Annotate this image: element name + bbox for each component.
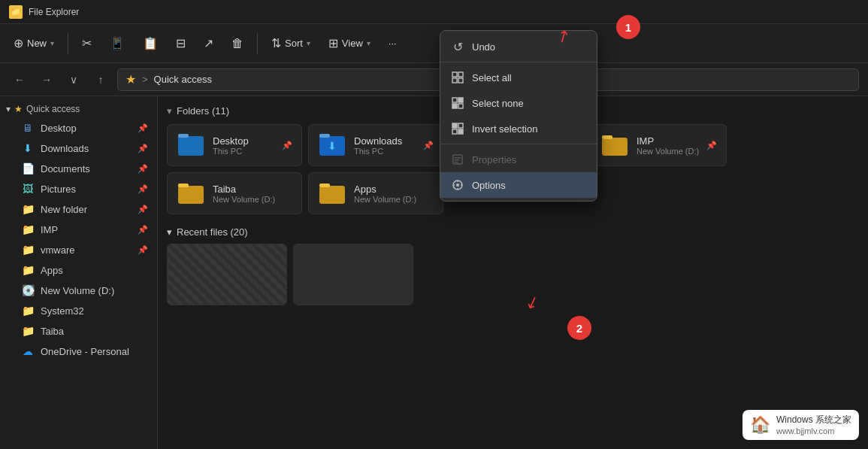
sidebar-item-apps[interactable]: 📁 Apps: [3, 260, 154, 280]
phone-icon: 📱: [110, 36, 125, 50]
sidebar-onedrive-label: OneDrive - Personal: [41, 346, 129, 357]
delete-icon: 🗑: [231, 37, 243, 50]
context-menu: ↺ Undo Select all Select none: [440, 30, 597, 202]
forward-button[interactable]: →: [36, 69, 57, 90]
copy-to-clipboard-button[interactable]: 📱: [102, 32, 132, 54]
invert-selection-icon: [451, 122, 464, 135]
menu-separator-2: [440, 144, 597, 144]
sidebar-item-pictures[interactable]: 🖼 Pictures 📌: [3, 179, 154, 199]
new-icon: ⊕: [14, 36, 23, 50]
app-title: File Explorer: [29, 7, 79, 17]
imp-icon: 📁: [21, 223, 35, 236]
copy-button[interactable]: ⊟: [168, 32, 193, 54]
delete-button[interactable]: 🗑: [224, 33, 251, 54]
watermark-url: www.bjjmlv.com: [776, 426, 851, 435]
pin-icon: 📌: [138, 123, 148, 133]
folder-imp-info: IMP New Volume (D:): [637, 135, 699, 156]
new-chevron-icon: ▾: [50, 39, 54, 47]
path-separator: >: [142, 74, 148, 85]
watermark-info: Windows 系统之家 www.bjjmlv.com: [776, 414, 851, 435]
recent-files-header: ▾ Recent files (20): [167, 226, 859, 238]
callout-2: 2: [567, 316, 591, 340]
sidebar-item-taiba[interactable]: 📁 Taiba: [3, 321, 154, 341]
view-chevron-icon: ▾: [367, 39, 370, 47]
menu-item-invert-selection[interactable]: Invert selection: [440, 116, 597, 141]
sidebar-item-new-volume[interactable]: 💽 New Volume (D:): [3, 281, 154, 300]
menu-item-options[interactable]: Options: [440, 172, 597, 198]
pin-icon-7: 📌: [138, 245, 148, 255]
folder-downloads-icon: ⬇: [318, 131, 346, 159]
svg-text:⬇: ⬇: [328, 140, 337, 152]
menu-item-undo[interactable]: ↺ Undo: [440, 34, 597, 59]
view-button[interactable]: ⊞ View ▾: [321, 32, 378, 54]
toolbar: ⊕ New ▾ ✂ 📱 📋 ⊟ ↗ 🗑 ⇅ Sort ▾ ⊞ View ▾ ··…: [0, 24, 868, 63]
new-button[interactable]: ⊕ New ▾: [6, 32, 62, 54]
view-label: View: [342, 38, 363, 49]
folder-desktop[interactable]: Desktop This PC 📌: [167, 124, 302, 166]
more-button[interactable]: ···: [381, 34, 404, 53]
folder-downloads-sub: This PC: [354, 147, 416, 156]
quick-access-header[interactable]: ▾ ★ Quick access: [0, 101, 157, 117]
sidebar-item-desktop[interactable]: 🖥 Desktop 📌: [3, 118, 154, 138]
recent-thumb-2: [294, 244, 413, 305]
recent-button[interactable]: ∨: [63, 69, 84, 90]
sidebar-item-onedrive[interactable]: ☁ OneDrive - Personal: [3, 341, 154, 361]
recent-items-grid: [167, 244, 859, 305]
select-all-icon: [451, 71, 464, 84]
star-icon: ★: [126, 72, 136, 86]
folder-downloads-pin: 📌: [423, 141, 434, 150]
quick-access-label: Quick access: [26, 104, 80, 114]
sort-button[interactable]: ⇅ Sort ▾: [264, 32, 318, 54]
undo-icon: ↺: [451, 40, 464, 53]
folder-apps[interactable]: Apps New Volume (D:): [308, 172, 443, 214]
svg-rect-3: [319, 134, 330, 138]
folder-taiba-name: Taiba: [213, 184, 292, 195]
sidebar-item-documents[interactable]: 📄 Documents 📌: [3, 159, 154, 178]
folder-imp[interactable]: IMP New Volume (D:) 📌: [591, 124, 727, 166]
sidebar-downloads-label: Downloads: [41, 143, 89, 154]
sidebar-new-folder-label: New folder: [41, 204, 87, 215]
folder-apps-sub: New Volume (D:): [354, 195, 434, 204]
up-button[interactable]: ↑: [90, 69, 111, 90]
pictures-icon: 🖼: [21, 182, 35, 196]
sidebar-imp-label: IMP: [41, 224, 58, 235]
folder-taiba-info: Taiba New Volume (D:): [213, 184, 292, 204]
svg-rect-18: [452, 78, 457, 83]
sidebar-item-downloads[interactable]: ⬇ Downloads 📌: [3, 138, 154, 158]
recent-item-1[interactable]: [167, 244, 287, 305]
menu-options-label: Options: [472, 180, 506, 191]
sidebar-documents-label: Documents: [41, 163, 90, 174]
new-volume-icon: 💽: [21, 284, 35, 297]
folders-chevron-icon: ▾: [167, 105, 172, 117]
folder-downloads[interactable]: ⬇ Downloads This PC 📌: [308, 124, 443, 166]
folder-apps-info: Apps New Volume (D:): [354, 184, 434, 204]
sidebar-item-vmware[interactable]: 📁 vmware 📌: [3, 240, 154, 259]
menu-separator-1: [440, 62, 597, 62]
sidebar-item-new-folder[interactable]: 📁 New folder 📌: [3, 199, 154, 219]
menu-properties-label: Properties: [472, 154, 516, 165]
watermark-icon: 🏠: [750, 415, 770, 435]
menu-item-select-all[interactable]: Select all: [440, 65, 597, 90]
back-button[interactable]: ←: [9, 69, 30, 90]
folder-taiba[interactable]: Taiba New Volume (D:): [167, 172, 302, 214]
share-icon: ↗: [204, 36, 213, 50]
svg-rect-19: [458, 78, 463, 83]
share-button[interactable]: ↗: [196, 32, 221, 54]
sort-icon: ⇅: [271, 36, 281, 50]
folder-desktop-icon: [177, 131, 205, 159]
sidebar-item-imp[interactable]: 📁 IMP 📌: [3, 220, 154, 239]
sidebar-new-volume-label: New Volume (D:): [41, 285, 114, 296]
menu-item-select-none[interactable]: Select none: [440, 90, 597, 116]
svg-rect-26: [452, 129, 457, 134]
main-layout: ▾ ★ Quick access 🖥 Desktop 📌 ⬇ Downloads…: [0, 96, 868, 449]
recent-item-2[interactable]: [293, 244, 413, 305]
paste-button[interactable]: 📋: [135, 32, 165, 54]
quick-access-section: ▾ ★ Quick access 🖥 Desktop 📌 ⬇ Downloads…: [0, 101, 157, 361]
menu-invert-label: Invert selection: [472, 123, 537, 135]
cut-button[interactable]: ✂: [74, 32, 99, 54]
address-bar: ← → ∨ ↑ ★ > Quick access: [0, 63, 868, 96]
select-none-icon: [451, 96, 464, 110]
sidebar-item-system32[interactable]: 📁 System32: [3, 301, 154, 320]
new-label: New: [27, 38, 47, 49]
recent-header-label: Recent files (20): [177, 226, 248, 238]
